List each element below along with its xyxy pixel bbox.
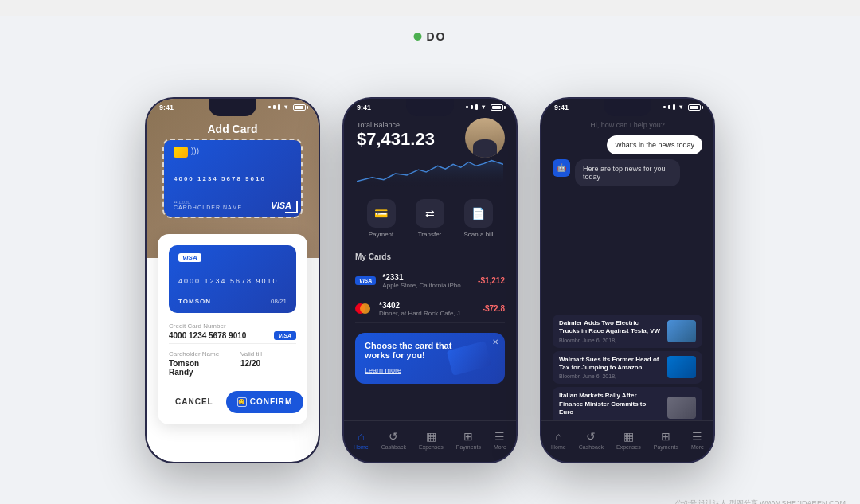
nav-more[interactable]: ☰ More	[494, 430, 506, 450]
cancel-button[interactable]: CANCEL	[169, 391, 220, 413]
scan-bill-btn[interactable]: 📄 Scan a bill	[464, 199, 494, 238]
form-row-two: Cardholder Name Tomson Randy Valid till …	[169, 350, 296, 383]
learn-more-link[interactable]: Learn more	[365, 366, 401, 374]
news-item-2[interactable]: Walmart Sues Its Former Head of Tax for …	[553, 351, 702, 385]
scan-bill-label: Scan a bill	[464, 231, 494, 238]
nav-expenses[interactable]: ▦ Expenses	[419, 430, 444, 450]
news-item-1[interactable]: Daimler Adds Two Electric Trucks in Race…	[553, 315, 702, 348]
news-thumb-3	[667, 397, 696, 419]
bot-message: Here are top news for you today	[575, 159, 680, 186]
phone2-time: 9:41	[357, 104, 371, 111]
transfer-label: Transfer	[418, 231, 442, 238]
bot-message-wrapper: 🤖 Here are top news for you today	[553, 159, 702, 186]
valid-value: 12/20	[240, 359, 296, 368]
p3-nav-more[interactable]: ☰ More	[691, 430, 704, 450]
cc-value: 4000 1234 5678 9010	[169, 331, 246, 340]
promo-close-icon[interactable]: ✕	[492, 338, 498, 346]
transfer-icon: ⇄	[416, 199, 444, 228]
nav-cashback[interactable]: ↺ Cashback	[381, 430, 406, 450]
p2-signal-1	[466, 106, 468, 108]
blue-card-number: 4000 1234 5678 9010	[178, 277, 287, 285]
expenses-label: Expenses	[419, 444, 444, 450]
user-message: What's in the news today	[607, 135, 702, 154]
logo-area: DO	[414, 30, 447, 43]
my-cards-title: My Cards	[355, 252, 505, 261]
p3-battery-fill	[690, 106, 698, 109]
blue-card-name: TOMSON	[178, 298, 211, 305]
phone3-status-bar: 9:41 ▾	[541, 99, 713, 113]
bot-avatar: 🤖	[553, 159, 570, 177]
cashback-label: Cashback	[381, 444, 406, 450]
add-card-title: Add Card	[147, 123, 319, 135]
news-source-2: Bloombr, June 6, 2018,	[559, 373, 661, 379]
nav-payments[interactable]: ⊞ Payments	[456, 430, 481, 450]
phone2: 9:41 ▾ Total Balance $7,431.23	[342, 97, 518, 463]
battery-fill	[295, 106, 303, 109]
phone2-screen: 9:41 ▾ Total Balance $7,431.23	[344, 99, 516, 462]
transfer-btn[interactable]: ⇄ Transfer	[416, 199, 444, 238]
confirm-button[interactable]: 😊 CONFIRM	[226, 391, 304, 413]
my-cards-section: My Cards VISA *2331 Apple Store, Califor…	[344, 248, 516, 328]
news-headline-3: Italian Markets Rally After Finance Mini…	[559, 392, 661, 416]
news-list: Daimler Adds Two Electric Trucks in Race…	[541, 315, 713, 429]
news-headline-1: Daimler Adds Two Electric Trucks in Race…	[559, 319, 661, 336]
valid-field: Valid till 12/20	[240, 350, 296, 377]
form-visa-badge: VISA	[274, 331, 296, 340]
card-number-scan: 4000 1234 5678 9010	[174, 175, 291, 182]
promo-banner: ✕ Choose the card thatworks for you! Lea…	[355, 333, 505, 384]
name-value: Tomson Randy	[169, 359, 225, 377]
chat-messages: What's in the news today 🤖 Here are top …	[541, 135, 713, 315]
payment-icon: 💳	[367, 199, 396, 228]
p3-nav-expenses[interactable]: ▦ Expenses	[616, 430, 641, 450]
p3-battery-icon	[688, 104, 701, 111]
phone3-time: 9:41	[554, 104, 569, 111]
p3-payments-icon: ⊞	[661, 430, 670, 443]
avatar-face	[465, 118, 505, 158]
home-icon: ⌂	[358, 430, 364, 443]
card-name-scan: CARDHOLDER NAME	[174, 205, 242, 210]
p3-more-label: More	[691, 444, 704, 450]
payment-label: Payment	[369, 231, 394, 238]
p3-nav-home[interactable]: ⌂ Home	[551, 430, 566, 450]
phone1-time: 9:41	[159, 104, 174, 111]
blue-card-bottom: TOMSON 08/21	[178, 298, 287, 305]
face-scan-icon: 😊	[237, 397, 247, 407]
card-in-scan: ))) 4000 1234 5678 9010 ▪▪ 12/20 CARDHOL…	[164, 140, 301, 217]
p3-home-icon: ⌂	[555, 430, 561, 443]
p3-payments-label: Payments	[654, 444, 678, 450]
news-text-1: Daimler Adds Two Electric Trucks in Race…	[559, 319, 661, 343]
p3-more-icon: ☰	[692, 430, 702, 443]
news-text-3: Italian Markets Rally After Finance Mini…	[559, 392, 661, 424]
phone3-status-icons: ▾	[663, 104, 701, 111]
phone2-status-icons: ▾	[466, 104, 503, 111]
cc-label: Credit Card Number	[169, 322, 296, 330]
phone2-bottom-nav: ⌂ Home ↺ Cashback ▦ Expenses ⊞ Payments	[344, 420, 516, 462]
card-item-2-left: *3402 Dinner, at Hard Rock Cafe, Jefe...	[355, 301, 467, 317]
card-detail-area: VISA 4000 1234 5678 9010 TOMSON 08/21 Cr…	[158, 234, 307, 424]
payment-btn[interactable]: 💳 Payment	[367, 199, 396, 238]
card-nfc: )))	[191, 147, 199, 155]
expenses-icon: ▦	[426, 430, 436, 443]
news-source-1: Bloombr, June 6, 2018,	[559, 338, 661, 343]
phone2-status-bar: 9:41 ▾	[344, 99, 516, 113]
phone1-screen: 9:41 ▾ Add Card	[147, 99, 319, 462]
watermark: 公众号 设计达人 型图分享 WWW.SHEJIDAREN.COM	[675, 498, 846, 504]
valid-label: Valid till	[240, 350, 296, 357]
payments-icon: ⊞	[463, 430, 473, 443]
card-mask-2: *3402	[379, 301, 467, 310]
p3-cashback-icon: ↺	[586, 430, 596, 443]
blue-card: VISA 4000 1234 5678 9010 TOMSON 08/21	[169, 245, 296, 313]
card-buttons: CANCEL 😊 CONFIRM	[169, 391, 296, 413]
card-item-1[interactable]: VISA *2331 Apple Store, California iPhon…	[355, 268, 505, 295]
signal-bar-3	[278, 104, 280, 110]
chart-area	[344, 158, 516, 189]
p3-nav-payments[interactable]: ⊞ Payments	[654, 430, 678, 450]
signal-bar-2	[273, 105, 276, 109]
cashback-icon: ↺	[389, 430, 398, 443]
card-bottom-scan: ▪▪ 12/20 CARDHOLDER NAME VISA	[174, 200, 291, 210]
p3-nav-cashback[interactable]: ↺ Cashback	[579, 430, 604, 450]
card-item-2[interactable]: *3402 Dinner, at Hard Rock Cafe, Jefe...…	[355, 295, 505, 323]
phone1: 9:41 ▾ Add Card	[145, 97, 320, 463]
p3-expenses-label: Expenses	[616, 444, 641, 450]
nav-home[interactable]: ⌂ Home	[354, 430, 369, 450]
